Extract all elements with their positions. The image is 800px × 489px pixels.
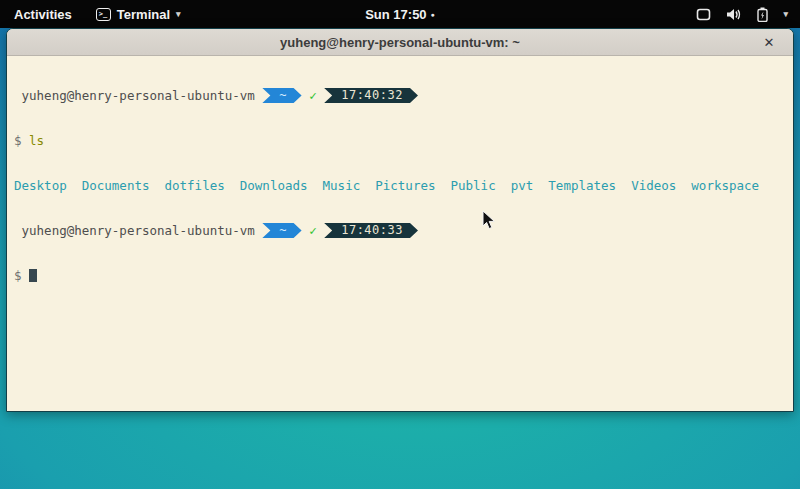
directory-name: Downloads — [240, 178, 308, 193]
directory-name: workspace — [691, 178, 759, 193]
prompt-line-2: yuheng@henry-personal-ubuntu-vm ~ ✓ 17:4… — [14, 223, 793, 238]
typed-command: ls — [29, 133, 44, 148]
display-icon — [696, 8, 711, 21]
prompt-dollar: $ — [14, 133, 22, 148]
battery-charging-icon — [757, 7, 768, 22]
volume-icon — [726, 8, 742, 21]
terminal-content[interactable]: yuheng@henry-personal-ubuntu-vm ~ ✓ 17:4… — [7, 56, 793, 411]
terminal-cursor — [29, 269, 37, 282]
command-line-1: $ ls — [14, 133, 793, 148]
window-titlebar[interactable]: yuheng@henry-personal-ubuntu-vm: ~ ✕ — [7, 29, 793, 56]
notification-dot-icon: ● — [431, 11, 435, 18]
directory-name: dotfiles — [165, 178, 225, 193]
top-bar-left: Activities >_ Terminal ▾ — [0, 0, 191, 28]
terminal-icon: >_ — [96, 8, 111, 21]
prompt-path-segment: ~ — [262, 223, 301, 238]
terminal-window: yuheng@henry-personal-ubuntu-vm: ~ ✕ yuh… — [6, 28, 794, 412]
chevron-down-icon: ▾ — [176, 9, 181, 19]
prompt-path-segment: ~ — [262, 88, 301, 103]
directory-name: Documents — [82, 178, 150, 193]
directory-name: pvt — [511, 178, 534, 193]
activities-button[interactable]: Activities — [0, 0, 86, 28]
prompt-user-host: yuheng@henry-personal-ubuntu-vm — [14, 88, 262, 103]
status-check-icon: ✓ — [309, 88, 317, 103]
app-menu-label: Terminal — [117, 7, 170, 22]
directory-name: Desktop — [14, 178, 67, 193]
prompt-dollar: $ — [14, 268, 22, 283]
gnome-top-bar: Activities >_ Terminal ▾ Sun 17:50 ● — [0, 0, 800, 28]
command-line-2: $ — [14, 268, 793, 283]
prompt-time-segment: 17:40:33 — [324, 223, 418, 238]
app-menu-terminal[interactable]: >_ Terminal ▾ — [86, 0, 191, 28]
prompt-line-1: yuheng@henry-personal-ubuntu-vm ~ ✓ 17:4… — [14, 88, 793, 103]
directory-name: Music — [323, 178, 361, 193]
clock-button[interactable]: Sun 17:50 ● — [365, 7, 435, 22]
directory-name: Public — [451, 178, 496, 193]
status-check-icon: ✓ — [309, 223, 317, 238]
system-menu-chevron-icon: ▾ — [783, 9, 788, 19]
prompt-time-segment: 17:40:32 — [324, 88, 418, 103]
close-button[interactable]: ✕ — [759, 29, 779, 56]
directory-name: Videos — [631, 178, 676, 193]
directory-name: Templates — [548, 178, 616, 193]
system-tray[interactable]: ▾ — [684, 0, 800, 28]
clock-label: Sun 17:50 — [365, 7, 426, 22]
prompt-user-host: yuheng@henry-personal-ubuntu-vm — [14, 223, 262, 238]
directory-name: Pictures — [375, 178, 435, 193]
window-title: yuheng@henry-personal-ubuntu-vm: ~ — [280, 35, 520, 50]
ls-output-line: DesktopDocumentsdotfilesDownloadsMusicPi… — [14, 178, 793, 193]
